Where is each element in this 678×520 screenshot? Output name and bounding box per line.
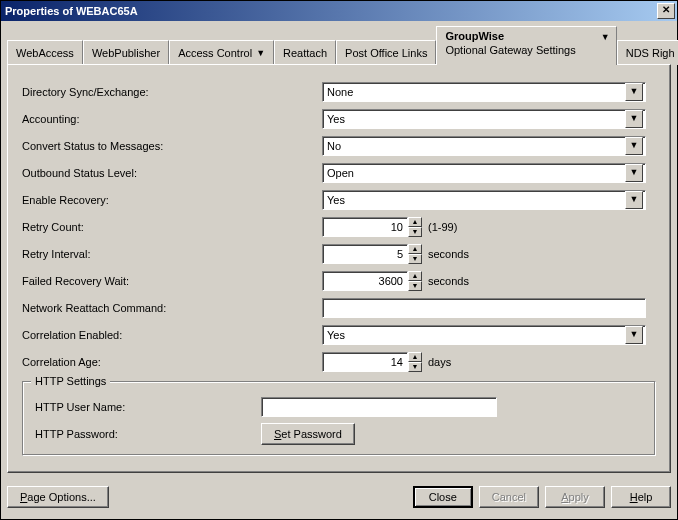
retry-count-unit: (1-99) <box>428 221 457 233</box>
chevron-down-icon: ▼ <box>625 83 643 101</box>
correlation-age-unit: days <box>428 356 451 368</box>
http-user-name-label: HTTP User Name: <box>35 401 261 413</box>
correlation-enabled-label: Correlation Enabled: <box>22 329 322 341</box>
correlation-age-spinner[interactable]: ▲▼ <box>408 352 422 372</box>
http-settings-legend: HTTP Settings <box>31 375 110 387</box>
correlation-enabled-select[interactable]: Yes ▼ <box>322 325 646 345</box>
correlation-age-input[interactable]: 14 <box>322 352 408 372</box>
spin-up-icon: ▲ <box>408 217 422 227</box>
network-reattach-label: Network Reattach Command: <box>22 302 322 314</box>
outbound-status-label: Outbound Status Level: <box>22 167 322 179</box>
cancel-button: Cancel <box>479 486 539 508</box>
tab-nds-rights[interactable]: NDS Righ <box>617 40 678 65</box>
tab-webpublisher[interactable]: WebPublisher <box>83 40 169 65</box>
properties-window: Properties of WEBAC65A ✕ WebAccess WebPu… <box>0 0 678 520</box>
chevron-down-icon: ▼ <box>625 137 643 155</box>
tab-groupwise[interactable]: GroupWise Optional Gateway Settings ▼ <box>436 26 616 65</box>
directory-sync-exchange-label: Directory Sync/Exchange: <box>22 86 322 98</box>
convert-status-label: Convert Status to Messages: <box>22 140 322 152</box>
tab-reattach[interactable]: Reattach <box>274 40 336 65</box>
retry-interval-unit: seconds <box>428 248 469 260</box>
tab-panel: Directory Sync/Exchange: None ▼ Accounti… <box>7 64 671 473</box>
http-password-label: HTTP Password: <box>35 428 261 440</box>
retry-count-spinner[interactable]: ▲▼ <box>408 217 422 237</box>
close-window-button[interactable]: ✕ <box>657 3 675 19</box>
enable-recovery-label: Enable Recovery: <box>22 194 322 206</box>
tabs: WebAccess WebPublisher Access Control▼ R… <box>7 26 678 65</box>
chevron-down-icon: ▼ <box>625 326 643 344</box>
apply-button: Apply <box>545 486 605 508</box>
help-button[interactable]: Help <box>611 486 671 508</box>
chevron-down-icon: ▼ <box>625 191 643 209</box>
spin-down-icon: ▼ <box>408 281 422 291</box>
spin-down-icon: ▼ <box>408 254 422 264</box>
chevron-down-icon: ▼ <box>625 110 643 128</box>
http-settings-group: HTTP Settings HTTP User Name: HTTP Passw… <box>22 381 656 456</box>
spin-up-icon: ▲ <box>408 271 422 281</box>
retry-interval-label: Retry Interval: <box>22 248 322 260</box>
accounting-select[interactable]: Yes ▼ <box>322 109 646 129</box>
chevron-down-icon: ▼ <box>625 164 643 182</box>
tab-subtitle: Optional Gateway Settings <box>445 44 575 56</box>
spin-up-icon: ▲ <box>408 244 422 254</box>
convert-status-select[interactable]: No ▼ <box>322 136 646 156</box>
titlebar: Properties of WEBAC65A ✕ <box>1 1 677 21</box>
tab-post-office-links[interactable]: Post Office Links <box>336 40 436 65</box>
http-user-name-input[interactable] <box>261 397 497 417</box>
tab-webaccess[interactable]: WebAccess <box>7 40 83 65</box>
accounting-label: Accounting: <box>22 113 322 125</box>
retry-count-input[interactable]: 10 <box>322 217 408 237</box>
spin-down-icon: ▼ <box>408 227 422 237</box>
page-options-button[interactable]: Page Options... <box>7 486 109 508</box>
bottom-bar: Page Options... Close Cancel Apply Help <box>1 479 677 519</box>
chevron-down-icon: ▼ <box>601 31 610 43</box>
network-reattach-input[interactable] <box>322 298 646 318</box>
spin-down-icon: ▼ <box>408 362 422 372</box>
retry-count-label: Retry Count: <box>22 221 322 233</box>
correlation-age-label: Correlation Age: <box>22 356 322 368</box>
retry-interval-input[interactable]: 5 <box>322 244 408 264</box>
failed-recovery-wait-spinner[interactable]: ▲▼ <box>408 271 422 291</box>
enable-recovery-select[interactable]: Yes ▼ <box>322 190 646 210</box>
failed-recovery-wait-unit: seconds <box>428 275 469 287</box>
close-button[interactable]: Close <box>413 486 473 508</box>
chevron-down-icon: ▼ <box>256 47 265 59</box>
spin-up-icon: ▲ <box>408 352 422 362</box>
failed-recovery-wait-input[interactable]: 3600 <box>322 271 408 291</box>
directory-sync-exchange-select[interactable]: None ▼ <box>322 82 646 102</box>
set-password-button[interactable]: Set Password <box>261 423 355 445</box>
failed-recovery-wait-label: Failed Recovery Wait: <box>22 275 322 287</box>
tab-access-control[interactable]: Access Control▼ <box>169 40 274 65</box>
window-title: Properties of WEBAC65A <box>5 5 655 17</box>
outbound-status-select[interactable]: Open ▼ <box>322 163 646 183</box>
retry-interval-spinner[interactable]: ▲▼ <box>408 244 422 264</box>
